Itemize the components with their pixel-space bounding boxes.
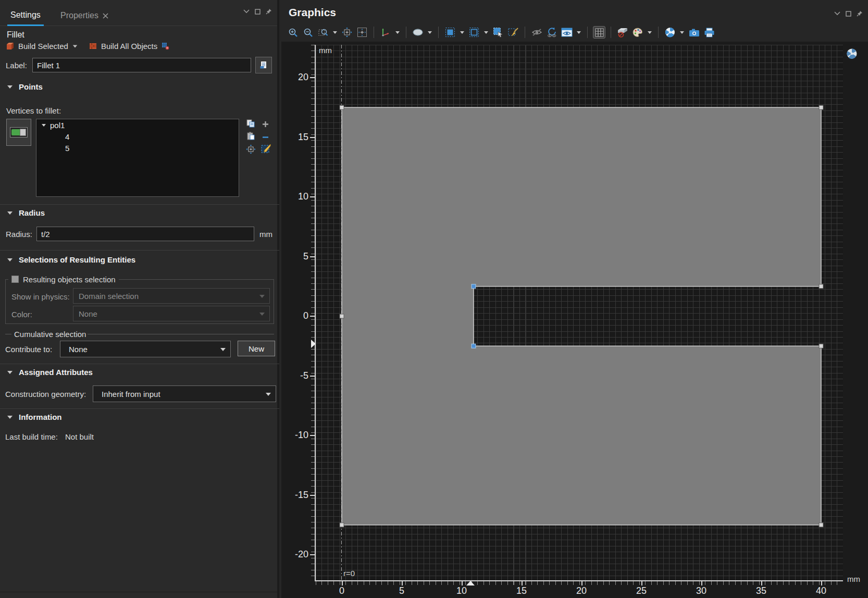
selected-vertex-handle[interactable]: [472, 344, 476, 348]
plot-layer: mm mm r=0 051015202530354020151050-5-10-…: [0, 0, 868, 598]
vertex-handle[interactable]: [819, 523, 823, 527]
geometry-shape[interactable]: [342, 107, 821, 525]
vertex-handle[interactable]: [819, 105, 823, 109]
vertex-handle[interactable]: [340, 314, 344, 318]
application-window: Settings Properties Fillet Build Selecte…: [0, 0, 868, 598]
vertex-handle[interactable]: [819, 284, 823, 289]
vertex-handle[interactable]: [340, 523, 344, 527]
selected-vertex-handle[interactable]: [472, 284, 476, 289]
vertex-handle[interactable]: [340, 105, 344, 109]
geometry-canvas[interactable]: [0, 0, 868, 598]
vertex-handle[interactable]: [819, 344, 823, 348]
